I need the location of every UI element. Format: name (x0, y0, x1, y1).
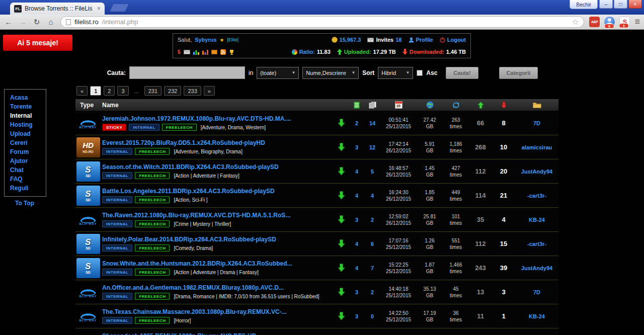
files-count[interactable]: 6 (364, 241, 380, 247)
search-input[interactable] (129, 66, 245, 79)
asc-checkbox[interactable] (417, 70, 423, 76)
leechers-count[interactable]: 4 (492, 216, 515, 223)
browser-profile-chip[interactable]: Bechir (570, 0, 598, 9)
ticket-icon[interactable] (211, 50, 217, 54)
comments-header-icon[interactable] (349, 102, 364, 109)
adblock-extension-icon[interactable]: ABP (589, 17, 600, 27)
torrent-name-link[interactable]: Snow.White.and.the.Huntsman.2012.BDRip.X… (102, 260, 333, 267)
reload-icon[interactable]: ↻ (32, 18, 41, 27)
download-arrow-icon[interactable] (338, 167, 345, 176)
seeders-count[interactable]: 11 (469, 312, 492, 320)
seeders-header-icon[interactable] (469, 102, 492, 109)
profile-link[interactable]: Profile (409, 37, 433, 43)
download-arrow-icon[interactable] (338, 264, 345, 272)
files-count[interactable]: 2 (364, 289, 380, 295)
leechers-count[interactable]: 21 (492, 192, 515, 199)
download-arrow-icon[interactable] (338, 288, 345, 296)
comments-count[interactable]: 3 (349, 313, 364, 319)
tab-close-icon[interactable]: × (97, 5, 101, 12)
back-icon[interactable]: ← (4, 18, 13, 26)
comments-count[interactable]: 3 (349, 289, 364, 295)
sidebar-item-chat[interactable]: Chat (5, 165, 46, 175)
uploader-link[interactable]: KB-24 (515, 217, 558, 223)
categories-button[interactable]: Categorii (499, 67, 538, 79)
forward-icon[interactable]: → (18, 18, 27, 26)
comments-count[interactable]: 2 (349, 120, 364, 126)
torrent-name-link[interactable]: An.Officer.and.a.Gentleman.1982.REMUX.Bl… (102, 284, 333, 291)
minimize-button[interactable]: – (599, 0, 613, 9)
maximize-button[interactable]: □ (614, 0, 627, 9)
page-button[interactable]: « (76, 86, 88, 96)
close-button[interactable]: × (628, 0, 642, 9)
sidebar-item-cereri[interactable]: Cereri (5, 138, 46, 147)
files-count[interactable]: 14 (364, 120, 380, 126)
sidebar-item-hosting[interactable]: Hosting (5, 120, 46, 129)
charts-icon[interactable] (202, 49, 208, 55)
uploader-link[interactable]: -cart3r- (515, 241, 558, 247)
sidebar-item-ajutor[interactable]: Ajutor (5, 156, 46, 165)
page-button[interactable]: 2 (104, 86, 115, 96)
comments-count[interactable]: 4 (349, 169, 364, 175)
files-count[interactable]: 7 (364, 265, 380, 271)
torrent-name-link[interactable]: Shenandoah.1965.REMUX.1080p.Blu-ray.AVC.… (102, 332, 333, 335)
logout-link[interactable]: Logout (440, 37, 466, 43)
download-arrow-icon[interactable] (338, 119, 345, 127)
seeders-count[interactable]: 112 (469, 240, 492, 247)
leechers-count[interactable]: 39 (492, 264, 515, 272)
field-select[interactable]: Nume,Descriere ▼ (302, 67, 359, 79)
search-button[interactable]: Cauta! (446, 67, 478, 79)
torrent-name-link[interactable]: Everest.2015.720p.BluRay.DD5.1.x264.RoSu… (102, 139, 333, 146)
comments-count[interactable]: 3 (349, 217, 364, 223)
uploader-link[interactable]: KB-24 (515, 313, 558, 319)
leechers-count[interactable]: 20 (492, 168, 515, 175)
invites-group[interactable]: Invites 18 (367, 37, 401, 43)
files-count[interactable]: 2 (364, 217, 380, 223)
files-count[interactable]: 4 (364, 193, 380, 199)
torrent-name-link[interactable]: Battle.Los.Angeles.2011.BDRip.x264.AC3.R… (102, 188, 333, 195)
type-header[interactable]: Type (75, 102, 101, 109)
bookmark-star-icon[interactable]: ☆ (572, 18, 579, 27)
sidebar-item-forum[interactable]: Forum (5, 147, 46, 156)
uploader-link[interactable]: alamicsirau (515, 144, 558, 150)
coins-group[interactable]: 15,967.3 (332, 37, 361, 43)
uploader-header-icon[interactable] (515, 102, 558, 108)
leechers-count[interactable]: 8 (492, 119, 515, 127)
page-button[interactable]: 232 (164, 86, 181, 96)
download-arrow-icon[interactable] (338, 191, 345, 200)
seeders-count[interactable]: 243 (469, 264, 492, 272)
leechers-count[interactable]: 3 (492, 288, 515, 296)
browser-tab[interactable]: FL Browse Torrents :: FileLis × (10, 3, 105, 15)
new-tab-button[interactable] (110, 4, 129, 12)
sidebar-item-torente[interactable]: Torente (5, 102, 46, 111)
download-arrow-icon[interactable] (338, 143, 345, 151)
files-header-icon[interactable] (364, 102, 380, 109)
sort-select[interactable]: Hibrid ▼ (378, 67, 413, 79)
comments-count[interactable]: 4 (349, 193, 364, 199)
seeders-count[interactable]: 268 (469, 143, 492, 151)
seeders-count[interactable]: 112 (469, 168, 492, 175)
torrent-name-link[interactable]: The.Raven.2012.1080p.Blu-ray.REMUX.AVC.D… (102, 212, 333, 219)
page-button[interactable]: 3 (117, 86, 128, 96)
torrent-name-link[interactable]: Infinitely.Polar.Bear.2014.BDRip.x264.AC… (102, 236, 333, 243)
sidebar-item-reguli[interactable]: Reguli (5, 184, 46, 193)
files-count[interactable]: 0 (364, 313, 380, 319)
comments-count[interactable]: 3 (349, 144, 364, 150)
leechers-count[interactable]: 1 (492, 312, 515, 320)
size-header-icon[interactable] (417, 101, 443, 109)
stats-bars-icon[interactable] (193, 49, 199, 55)
avatar-extension-icon[interactable]: 0 (604, 17, 615, 27)
files-count[interactable]: 5 (364, 169, 380, 175)
to-top-link[interactable]: To Top (15, 200, 34, 207)
date-header-icon[interactable]: 20 (380, 101, 417, 109)
home-icon[interactable]: ⌂ (46, 18, 55, 26)
uploader-link[interactable]: JustAndy94 (515, 265, 558, 271)
snatches-header-icon[interactable] (443, 102, 469, 109)
browser-menu-icon[interactable]: ≡ (634, 17, 640, 27)
sidebar-item-internal[interactable]: Internal (5, 111, 46, 120)
s-extension-icon[interactable]: S 1 (619, 17, 630, 27)
page-button[interactable]: 1 (90, 86, 101, 96)
name-header[interactable]: Name (101, 102, 333, 109)
download-arrow-icon[interactable] (338, 239, 345, 248)
comments-count[interactable]: 4 (349, 241, 364, 247)
messages-button[interactable]: Ai 5 mesaje! (3, 35, 72, 51)
